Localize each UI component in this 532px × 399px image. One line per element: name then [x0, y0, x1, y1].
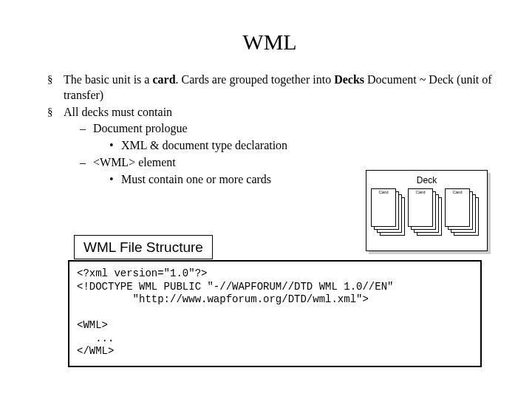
card-label: Card	[446, 189, 469, 194]
card-label: Card	[409, 189, 432, 194]
deck-box: Deck Card Card Card Card Card Card Card …	[366, 170, 488, 251]
text: The basic unit is a	[64, 73, 152, 86]
code-line: <WML>	[77, 319, 108, 331]
slide: WML The basic unit is a card. Cards are …	[0, 0, 532, 399]
card-icon: Card	[371, 188, 396, 227]
deck-diagram: Deck Card Card Card Card Card Card Card …	[366, 170, 491, 257]
text-bold: Decks	[334, 73, 364, 86]
card-icon: Card	[445, 188, 470, 227]
code-line: <!DOCTYPE WML PUBLIC "-//WAPFORUM//DTD W…	[77, 281, 393, 293]
slide-title: WML	[37, 30, 502, 55]
card-icon: Card	[408, 188, 433, 227]
text: <WML> element	[93, 156, 176, 168]
code-line: <?xml version="1.0"?>	[77, 267, 207, 279]
sub-bullet: Document prologue XML & document type de…	[80, 121, 495, 154]
code-line: "http://www.wapforum.org/DTD/wml.xml">	[77, 293, 369, 305]
text: Must contain one or more cards	[121, 173, 271, 185]
sub-sub-list: XML & document type declaration	[93, 138, 495, 154]
cards-area: Card Card Card Card Card Card Card Card …	[366, 188, 487, 240]
sub-sub-bullet: XML & document type declaration	[109, 138, 495, 154]
code-line: ...	[77, 332, 114, 344]
text: . Cards are grouped together into	[176, 73, 335, 86]
bullet-item: The basic unit is a card. Cards are grou…	[47, 72, 495, 103]
code-block: <?xml version="1.0"?> <!DOCTYPE WML PUBL…	[68, 260, 482, 367]
code-line: </WML>	[77, 345, 114, 357]
file-structure-heading: WML File Structure	[74, 235, 213, 259]
text: XML & document type declaration	[121, 139, 287, 151]
text: All decks must contain	[64, 106, 172, 118]
text-bold: card	[152, 73, 175, 86]
text: Document prologue	[93, 122, 188, 134]
deck-label: Deck	[366, 171, 487, 188]
card-label: Card	[372, 189, 395, 194]
